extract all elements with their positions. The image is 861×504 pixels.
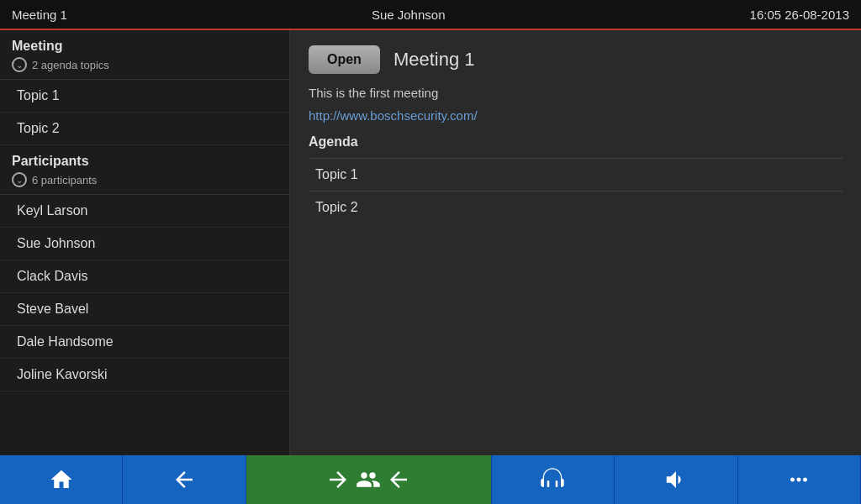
sidebar-participant-0[interactable]: Keyl Larson bbox=[0, 195, 289, 228]
more-icon bbox=[786, 467, 811, 492]
meeting-arrow-left-icon bbox=[386, 467, 411, 492]
meeting-control-button[interactable] bbox=[246, 455, 492, 504]
sidebar-participant-2[interactable]: Clack Davis bbox=[0, 260, 289, 293]
volume-icon bbox=[663, 467, 689, 492]
home-button[interactable] bbox=[0, 455, 123, 504]
content-header: Open Meeting 1 bbox=[309, 45, 843, 74]
meeting-chevron-icon[interactable]: ⌄ bbox=[12, 57, 27, 72]
meeting-link[interactable]: http://www.boschsecurity.com/ bbox=[309, 108, 843, 123]
sidebar-topic-1[interactable]: Topic 1 bbox=[0, 80, 289, 113]
meeting-title: Meeting 1 bbox=[394, 49, 475, 71]
sidebar-meeting-meta[interactable]: ⌄ 2 agenda topics bbox=[0, 55, 289, 80]
agenda-label: Agenda bbox=[309, 134, 843, 150]
agenda-item-1[interactable]: Topic 2 bbox=[309, 191, 843, 223]
top-bar-right: 16:05 26-08-2013 bbox=[750, 8, 849, 22]
sidebar-participants-meta[interactable]: ⌄ 6 participants bbox=[0, 171, 289, 195]
content-panel: Open Meeting 1 This is the first meeting… bbox=[290, 30, 861, 455]
meeting-control-icons bbox=[325, 467, 411, 492]
participants-chevron-icon[interactable]: ⌄ bbox=[12, 172, 27, 187]
agenda-item-0[interactable]: Topic 1 bbox=[309, 158, 843, 191]
home-icon bbox=[49, 467, 74, 492]
volume-button[interactable] bbox=[615, 455, 737, 504]
top-bar-center: Sue Johnson bbox=[372, 8, 446, 22]
sidebar-participant-1[interactable]: Sue Johnson bbox=[0, 228, 289, 260]
sidebar-participant-5[interactable]: Joline Kavorski bbox=[0, 359, 289, 391]
top-bar: Meeting 1 Sue Johnson 16:05 26-08-2013 bbox=[0, 0, 861, 30]
headset-button[interactable] bbox=[492, 455, 615, 504]
meeting-arrow-right-icon bbox=[325, 467, 351, 492]
more-button[interactable] bbox=[738, 455, 861, 504]
meeting-description: This is the first meeting bbox=[309, 86, 843, 100]
main-layout: Meeting ⌄ 2 agenda topics Topic 1 Topic … bbox=[0, 30, 861, 455]
meeting-group-icon bbox=[356, 467, 381, 492]
top-bar-left: Meeting 1 bbox=[12, 8, 67, 22]
bottom-bar bbox=[0, 455, 861, 504]
sidebar-participants-header: Participants bbox=[0, 145, 289, 171]
open-button[interactable]: Open bbox=[309, 45, 380, 74]
headset-icon bbox=[540, 467, 565, 492]
sidebar-participant-4[interactable]: Dale Handsome bbox=[0, 326, 289, 359]
sidebar: Meeting ⌄ 2 agenda topics Topic 1 Topic … bbox=[0, 30, 290, 455]
sidebar-meeting-header: Meeting bbox=[0, 30, 289, 55]
sidebar-topic-2[interactable]: Topic 2 bbox=[0, 113, 289, 145]
back-button[interactable] bbox=[123, 455, 246, 504]
sidebar-participant-3[interactable]: Steve Bavel bbox=[0, 293, 289, 326]
back-icon bbox=[172, 467, 197, 492]
